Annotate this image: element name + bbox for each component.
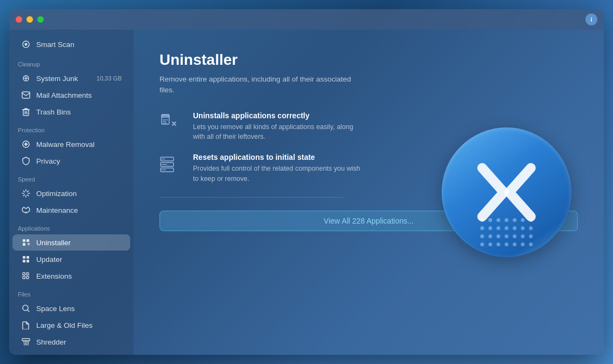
- sidebar: Smart Scan Cleanup System Junk 10,33 GB: [9, 30, 134, 355]
- privacy-icon: [21, 156, 31, 166]
- sidebar-item-system-junk[interactable]: System Junk 10,33 GB: [12, 70, 130, 86]
- system-junk-icon: [21, 73, 31, 83]
- svg-rect-12: [23, 260, 25, 262]
- sidebar-item-maintenance[interactable]: Maintenance: [12, 202, 130, 218]
- uninstaller-icon: [21, 238, 31, 247]
- system-junk-badge: 10,33 GB: [97, 75, 122, 82]
- sidebar-item-shredder[interactable]: Shredder: [12, 334, 130, 350]
- sidebar-item-privacy[interactable]: Privacy: [12, 153, 130, 169]
- section-label-applications: Applications: [9, 219, 134, 234]
- trash-icon: [21, 107, 31, 117]
- sidebar-item-large-old-files[interactable]: Large & Old Files: [12, 317, 130, 333]
- extensions-label: Extensions: [36, 272, 72, 280]
- section-label-files: Files: [9, 285, 134, 300]
- mail-attachments-label: Mail Attachments: [36, 91, 92, 99]
- page-subtitle: Remove entire applications, including al…: [159, 74, 354, 96]
- optimization-icon: [21, 188, 31, 198]
- sidebar-item-extensions[interactable]: Extensions: [12, 268, 130, 284]
- maintenance-label: Maintenance: [36, 206, 78, 214]
- sidebar-item-malware-removal[interactable]: Malware Removal: [12, 136, 130, 152]
- traffic-lights: [16, 16, 44, 23]
- page-title: Uninstaller: [159, 51, 578, 69]
- optimization-label: Optimization: [36, 190, 77, 198]
- shredder-icon: [21, 337, 31, 347]
- maintenance-icon: [21, 205, 31, 215]
- feature-uninstalls-icon: [159, 111, 183, 135]
- app-logo-svg: [471, 157, 542, 227]
- svg-rect-9: [23, 243, 25, 246]
- minimize-button[interactable]: [26, 16, 33, 23]
- svg-rect-15: [22, 339, 30, 341]
- feature-uninstalls-text: Uninstalls applications correctly Lets y…: [193, 111, 361, 143]
- space-lens-label: Space Lens: [36, 305, 75, 313]
- app-icon-circle: [442, 127, 571, 257]
- svg-rect-17: [162, 114, 169, 118]
- updater-label: Updater: [36, 255, 62, 264]
- mail-icon: [21, 90, 31, 100]
- large-files-icon: [21, 320, 31, 330]
- sidebar-item-optimization[interactable]: Optimization: [12, 185, 130, 201]
- feature-resets-text: Resets applications to initial state Pro…: [193, 153, 361, 184]
- trash-bins-label: Trash Bins: [36, 108, 71, 116]
- divider: [159, 197, 343, 198]
- info-button[interactable]: i: [585, 14, 597, 25]
- svg-rect-11: [26, 256, 29, 259]
- malware-removal-label: Malware Removal: [36, 140, 95, 149]
- sidebar-item-trash-bins[interactable]: Trash Bins: [12, 104, 130, 120]
- svg-point-1: [25, 43, 28, 46]
- shredder-label: Shredder: [36, 338, 66, 346]
- svg-rect-3: [22, 92, 30, 98]
- main-area: Smart Scan Cleanup System Junk 10,33 GB: [9, 30, 604, 355]
- section-label-speed: Speed: [9, 170, 134, 185]
- malware-icon: [21, 139, 31, 149]
- uninstaller-label: Uninstaller: [36, 239, 71, 247]
- svg-rect-13: [26, 260, 29, 262]
- smart-scan-label: Smart Scan: [36, 41, 75, 49]
- content-area: Uninstaller Remove entire applications, …: [134, 30, 604, 355]
- svg-rect-7: [23, 239, 25, 242]
- large-old-files-label: Large & Old Files: [36, 321, 92, 329]
- content-header: Uninstaller Remove entire applications, …: [159, 51, 578, 96]
- system-junk-label: System Junk: [36, 75, 78, 83]
- title-bar: i: [9, 9, 604, 30]
- sidebar-item-updater[interactable]: Updater: [12, 251, 130, 267]
- svg-rect-8: [26, 239, 29, 242]
- fullscreen-button[interactable]: [37, 16, 44, 23]
- app-window: i Smart Scan Cleanup: [9, 9, 604, 355]
- sidebar-item-smart-scan[interactable]: Smart Scan: [12, 35, 130, 53]
- feature-resets-icon: [159, 153, 183, 177]
- feature-resets-title: Resets applications to initial state: [193, 153, 361, 161]
- space-lens-icon: [21, 304, 31, 313]
- sidebar-item-mail-attachments[interactable]: Mail Attachments: [12, 87, 130, 103]
- section-label-protection: Protection: [9, 120, 134, 136]
- sidebar-item-uninstaller[interactable]: Uninstaller: [12, 234, 130, 251]
- privacy-label: Privacy: [36, 157, 60, 165]
- svg-rect-10: [23, 256, 25, 259]
- svg-point-5: [23, 141, 29, 147]
- feature-uninstalls-desc: Lets you remove all kinds of application…: [193, 122, 361, 143]
- app-icon-area: [442, 127, 571, 257]
- sidebar-item-space-lens[interactable]: Space Lens: [12, 300, 130, 316]
- feature-resets-desc: Provides full control of the related com…: [193, 164, 361, 184]
- smart-scan-icon: [21, 39, 31, 49]
- updater-icon: [21, 254, 31, 264]
- close-button[interactable]: [16, 16, 22, 23]
- feature-uninstalls-title: Uninstalls applications correctly: [193, 111, 361, 120]
- section-label-cleanup: Cleanup: [9, 55, 134, 70]
- extensions-icon: [21, 271, 31, 281]
